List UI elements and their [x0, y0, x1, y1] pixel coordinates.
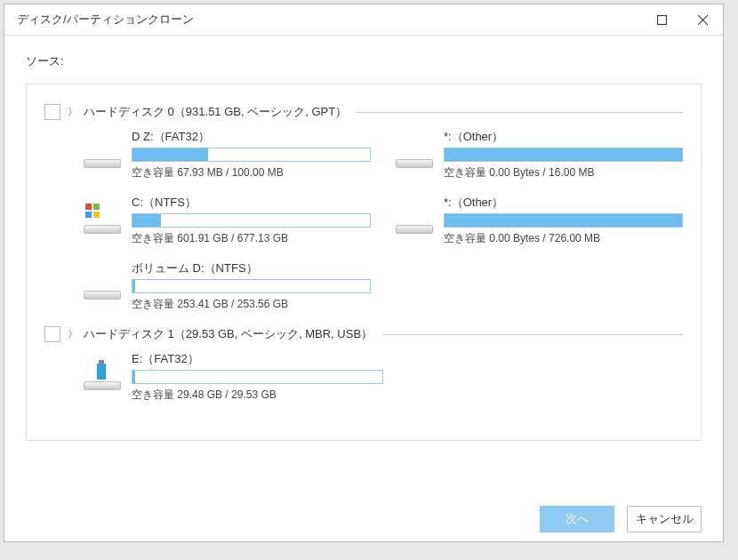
svg-rect-5	[85, 212, 92, 218]
svg-rect-3	[85, 204, 92, 210]
disk0-title: ハードディスク 0（931.51 GB, ベーシック, GPT）	[84, 104, 347, 120]
cancel-button[interactable]: キャンセル	[627, 506, 702, 532]
usb-drive-icon	[84, 365, 121, 390]
usage-bar	[132, 148, 371, 162]
windows-icon	[85, 204, 100, 218]
partition-item[interactable]: *:（Other） 空き容量 0.00 Bytes / 16.00 MB	[396, 129, 683, 180]
partition-name: ボリューム D:（NTFS）	[132, 260, 371, 276]
titlebar: ディスク/パーティションクローン	[4, 4, 723, 36]
disk0-checkbox[interactable]	[44, 104, 60, 120]
partition-name: *:（Other）	[444, 129, 683, 145]
square-icon	[657, 15, 667, 25]
disk1-partitions: E:（FAT32） 空き容量 29.48 GB / 29.53 GB	[44, 351, 683, 403]
svg-rect-6	[93, 212, 100, 218]
drive-icon	[84, 209, 121, 234]
partition-item[interactable]: ボリューム D:（NTFS） 空き容量 253.41 GB / 253.56 G…	[84, 260, 371, 312]
svg-rect-4	[93, 204, 100, 210]
partition-name: C:（NTFS）	[132, 195, 371, 211]
usage-bar	[444, 148, 683, 162]
svg-rect-0	[657, 15, 666, 24]
partition-name: *:（Other）	[444, 195, 683, 211]
partition-name: E:（FAT32）	[132, 351, 383, 367]
drive-icon	[396, 143, 433, 168]
partition-item[interactable]: C:（NTFS） 空き容量 601.91 GB / 677.13 GB	[84, 195, 371, 246]
window-title: ディスク/パーティションクローン	[17, 12, 641, 28]
drive-icon	[84, 275, 121, 300]
chevron-down-icon[interactable]: 〉	[68, 327, 78, 342]
disk-header-1[interactable]: 〉 ハードディスク 1（29.53 GB, ベーシック, MBR, USB）	[44, 326, 683, 342]
partition-free: 空き容量 253.41 GB / 253.56 GB	[132, 297, 371, 312]
maximize-button[interactable]	[641, 4, 682, 35]
usage-bar	[132, 279, 371, 293]
close-icon	[698, 15, 708, 25]
disk1-checkbox[interactable]	[44, 326, 60, 342]
usage-bar	[132, 370, 383, 384]
partition-free: 空き容量 67.93 MB / 100.00 MB	[132, 165, 371, 180]
disk1-title: ハードディスク 1（29.53 GB, ベーシック, MBR, USB）	[84, 326, 373, 342]
disk0-partitions: D Z:（FAT32） 空き容量 67.93 MB / 100.00 MB *:…	[44, 129, 683, 312]
next-button[interactable]: 次へ	[540, 506, 614, 532]
chevron-down-icon[interactable]: 〉	[68, 105, 78, 120]
usage-bar	[132, 213, 371, 228]
partition-free: 空き容量 29.48 GB / 29.53 GB	[132, 388, 383, 403]
source-label: ソース:	[4, 36, 723, 73]
divider	[357, 112, 683, 113]
partition-item[interactable]: E:（FAT32） 空き容量 29.48 GB / 29.53 GB	[84, 351, 383, 403]
disk-header-0[interactable]: 〉 ハードディスク 0（931.51 GB, ベーシック, GPT）	[44, 104, 683, 120]
drive-icon	[396, 209, 433, 234]
usage-bar	[444, 213, 683, 228]
partition-free: 空き容量 601.91 GB / 677.13 GB	[132, 231, 371, 246]
partition-name: D Z:（FAT32）	[132, 129, 371, 145]
partition-free: 空き容量 0.00 Bytes / 16.00 MB	[444, 165, 683, 180]
dialog-footer: 次へ キャンセル	[4, 497, 723, 541]
divider	[383, 334, 683, 335]
drive-icon	[84, 143, 121, 168]
partition-item[interactable]: D Z:（FAT32） 空き容量 67.93 MB / 100.00 MB	[84, 129, 371, 180]
source-panel: 〉 ハードディスク 0（931.51 GB, ベーシック, GPT） D Z:（…	[26, 84, 702, 441]
dialog-window: ディスク/パーティションクローン ソース: 〉 ハードディスク 0（931.51…	[4, 4, 724, 542]
partition-free: 空き容量 0.00 Bytes / 726.00 MB	[444, 231, 683, 246]
partition-item[interactable]: *:（Other） 空き容量 0.00 Bytes / 726.00 MB	[396, 195, 683, 246]
close-button[interactable]	[682, 4, 723, 35]
